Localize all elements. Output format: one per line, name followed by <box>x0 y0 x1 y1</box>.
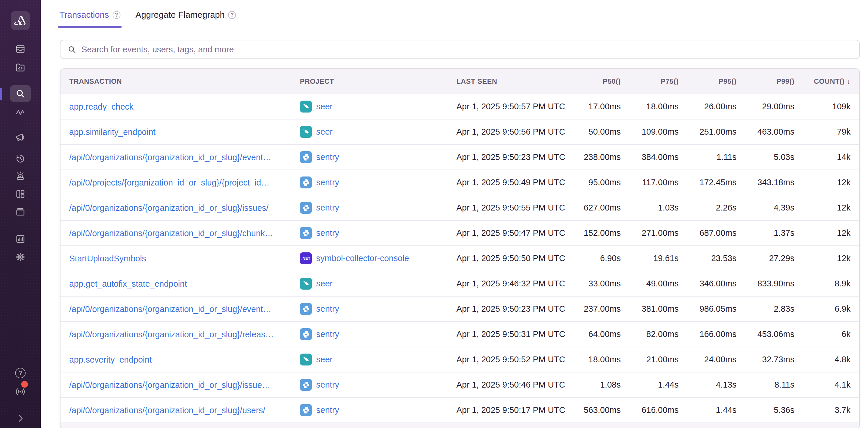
table-row[interactable]: /api/0/projects/{organization_id_or_slug… <box>61 170 859 195</box>
p95-value: 986.05ms <box>687 304 745 314</box>
project-platform-icon <box>300 101 312 112</box>
help-circle-icon[interactable]: ? <box>113 11 120 19</box>
sidebar-item-stats[interactable] <box>10 231 31 248</box>
p50-value: 33.00ms <box>571 279 629 289</box>
project-link[interactable]: symbol-collector-console <box>316 254 409 263</box>
dotnet-platform-glyph: .NET <box>301 256 310 261</box>
transaction-link[interactable]: app.similarity_endpoint <box>69 127 156 137</box>
search-bar[interactable] <box>60 40 860 59</box>
sidebar-item-feedback[interactable] <box>10 129 31 146</box>
table-row[interactable]: /api/0/organizations/{organization_id_or… <box>61 145 859 170</box>
transaction-link[interactable]: app.ready_check <box>69 102 133 112</box>
project-link[interactable]: sentry <box>316 228 339 238</box>
transaction-link[interactable]: /api/0/organizations/{organization_id_or… <box>69 203 269 213</box>
sidebar-item-whats-new[interactable] <box>10 383 31 400</box>
p75-value: 384.00ms <box>629 152 687 162</box>
p99-value: 5.03s <box>745 152 803 162</box>
p75-value: 271.00ms <box>629 228 687 238</box>
help-circle-icon[interactable]: ? <box>228 11 236 19</box>
column-header-transaction[interactable]: TRANSACTION <box>61 77 300 86</box>
project-link[interactable]: sentry <box>316 178 339 187</box>
sidebar-collapse-toggle[interactable] <box>10 410 31 427</box>
project-link[interactable]: sentry <box>316 329 339 339</box>
sentry-logo[interactable] <box>11 11 30 30</box>
transaction-link[interactable]: /api/0/organizations/{organization_id_or… <box>69 380 271 390</box>
project-link[interactable]: sentry <box>316 380 339 390</box>
table-row[interactable]: app.severity_endpoint seer Apr 1, 2025 9… <box>61 347 859 372</box>
transaction-link[interactable]: /api/0/organizations/{organization_id_or… <box>69 229 273 238</box>
transaction-link[interactable]: /api/0/organizations/{organization_id_or… <box>69 153 271 162</box>
transaction-link[interactable]: /api/0/organizations/{organization_id_or… <box>69 406 265 415</box>
p75-value: 18.00ms <box>629 102 687 111</box>
transaction-link[interactable]: app.get_autofix_state_endpoint <box>69 279 187 289</box>
sidebar-item-projects[interactable] <box>10 59 31 76</box>
p95-value: 23.53s <box>687 254 745 263</box>
tab-aggregate-flamegraph[interactable]: Aggregate Flamegraph ? <box>134 6 237 28</box>
column-header-p99[interactable]: P99() <box>745 77 803 86</box>
table-row[interactable]: /api/0/organizations/{organization_id_or… <box>61 195 859 221</box>
column-header-p95[interactable]: P95() <box>687 77 745 86</box>
transaction-link[interactable]: /api/0/organizations/{organization_id_or… <box>69 330 274 339</box>
column-header-last-seen[interactable]: LAST SEEN <box>456 77 571 86</box>
p95-value: 251.00ms <box>687 127 745 137</box>
count-value: 12k <box>803 228 859 238</box>
transaction-link[interactable]: app.severity_endpoint <box>69 355 152 365</box>
column-header-p75[interactable]: P75() <box>629 77 687 86</box>
transaction-link[interactable]: /api/0/organizations/{organization_id_or… <box>69 304 271 314</box>
project-link[interactable]: sentry <box>316 203 339 212</box>
project-platform-icon <box>300 404 312 416</box>
p50-value: 152.00ms <box>571 228 629 238</box>
sidebar-item-replays[interactable] <box>10 150 31 167</box>
search-input[interactable] <box>82 45 852 54</box>
transaction-link[interactable]: StartUploadSymbols <box>69 254 146 263</box>
p50-value: 563.00ms <box>571 405 629 415</box>
count-value: 79k <box>803 127 859 137</box>
archive-drawer-icon <box>15 206 26 217</box>
table-row[interactable]: /api/0/organizations/{organization_id_or… <box>61 372 859 398</box>
transactions-table: TRANSACTIONPROJECTLAST SEENP50()P75()P95… <box>60 68 860 428</box>
project-link[interactable]: seer <box>316 279 333 289</box>
p50-value: 1.08s <box>571 380 629 390</box>
last-seen-value: Apr 1, 2025 9:50:56 PM UTC <box>456 127 571 137</box>
table-row[interactable]: /api/0/organizations/{organization_id_or… <box>61 322 859 347</box>
sidebar-item-alerts[interactable] <box>10 168 31 185</box>
p95-value: 687.00ms <box>687 228 745 238</box>
project-link[interactable]: sentry <box>316 152 339 162</box>
project-link[interactable]: seer <box>316 355 333 364</box>
sidebar-item-help[interactable]: ? <box>10 366 31 380</box>
table-body: app.ready_check seer Apr 1, 2025 9:50:57… <box>61 94 859 423</box>
bar-chart-icon <box>15 233 26 244</box>
column-header-p50[interactable]: P50() <box>571 77 629 86</box>
table-row[interactable]: app.get_autofix_state_endpoint seer Apr … <box>61 271 859 297</box>
project-link[interactable]: seer <box>316 102 333 111</box>
sidebar-item-explore[interactable] <box>10 85 31 102</box>
p99-value: 4.39s <box>745 203 803 212</box>
column-header-count[interactable]: COUNT()↓ <box>803 77 859 86</box>
sidebar-item-performance[interactable] <box>10 104 31 121</box>
column-header-project[interactable]: PROJECT <box>300 77 456 86</box>
transaction-link[interactable]: /api/0/projects/{organization_id_or_slug… <box>69 178 269 188</box>
project-platform-icon <box>300 328 312 340</box>
project-link[interactable]: sentry <box>316 304 339 314</box>
python-platform-glyph <box>302 406 310 415</box>
table-row[interactable]: app.similarity_endpoint seer Apr 1, 2025… <box>61 120 859 145</box>
tab-transactions[interactable]: Transactions ? <box>58 6 122 28</box>
project-link[interactable]: seer <box>316 127 333 137</box>
count-value: 14k <box>803 152 859 162</box>
p99-value: 833.90ms <box>745 279 803 289</box>
project-link[interactable]: sentry <box>316 405 339 415</box>
sidebar-item-dashboards[interactable] <box>10 186 31 202</box>
table-row[interactable]: app.ready_check seer Apr 1, 2025 9:50:57… <box>61 94 859 120</box>
table-row[interactable]: StartUploadSymbols .NET symbol-collector… <box>61 246 859 271</box>
p95-value: 2.26s <box>687 203 745 212</box>
sentry-app: ? Transactions ? Aggregate Flamegraph ? <box>0 0 868 428</box>
table-row[interactable]: /api/0/organizations/{organization_id_or… <box>61 398 859 423</box>
sidebar-item-settings[interactable] <box>10 249 31 265</box>
sentry-logo-icon <box>14 15 27 26</box>
sidebar-item-releases[interactable] <box>10 203 31 220</box>
seer-platform-glyph <box>302 128 310 136</box>
table-row[interactable]: /api/0/organizations/{organization_id_or… <box>61 221 859 246</box>
sidebar-item-issues[interactable] <box>10 41 31 58</box>
p95-value: 346.00ms <box>687 279 745 289</box>
table-row[interactable]: /api/0/organizations/{organization_id_or… <box>61 297 859 322</box>
